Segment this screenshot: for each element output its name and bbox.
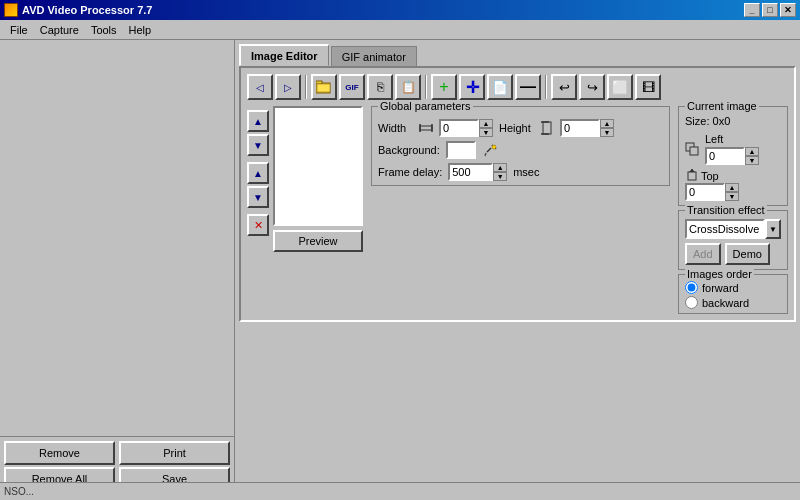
current-image-group: Current image Size: 0x0 Le <box>678 106 788 206</box>
svg-rect-15 <box>688 172 696 180</box>
frame-delay-input[interactable] <box>448 163 493 181</box>
move-up-button[interactable]: ▲ <box>247 110 269 132</box>
width-spinner: ▲ ▼ <box>439 119 493 137</box>
toolbar: ◁ ▷ GIF ⎘ 📋 <box>247 74 788 100</box>
move-down2-button[interactable]: ▼ <box>247 186 269 208</box>
top-down[interactable]: ▼ <box>725 192 739 201</box>
svg-marker-17 <box>689 169 695 172</box>
size-display: Size: 0x0 <box>685 115 781 127</box>
forward-label: forward <box>702 282 739 294</box>
copy-button[interactable]: ⎘ <box>367 74 393 100</box>
statusbar: NSO... <box>0 482 800 500</box>
nav-right-button[interactable]: ▷ <box>275 74 301 100</box>
frame-delay-spinner: ▲ ▼ <box>448 163 507 181</box>
remove-button[interactable]: Remove <box>4 441 115 465</box>
images-order-group: Images order forward backward <box>678 274 788 314</box>
width-icon <box>419 121 433 135</box>
left-input[interactable] <box>705 147 745 165</box>
top-up[interactable]: ▲ <box>725 183 739 192</box>
menu-help[interactable]: Help <box>123 22 158 38</box>
nav-column: ▲ ▼ ▲ ▼ ✕ <box>247 106 269 252</box>
height-icon <box>540 121 554 135</box>
menu-bar: File Capture Tools Help <box>0 20 800 40</box>
statusbar-text: NSO... <box>4 486 34 497</box>
msec-label: msec <box>513 166 539 178</box>
tab-gif-animator[interactable]: GIF animator <box>331 46 417 66</box>
transition-dropdown-button[interactable]: ▼ <box>765 219 781 239</box>
width-label: Width <box>378 122 413 134</box>
global-params-label: Global parameters <box>378 100 473 112</box>
eyedropper-button[interactable] <box>482 141 500 159</box>
height-input[interactable] <box>560 119 600 137</box>
top-label: Top <box>701 170 719 182</box>
menu-tools[interactable]: Tools <box>85 22 123 38</box>
print-button[interactable]: Print <box>119 441 230 465</box>
svg-point-12 <box>492 145 496 149</box>
flip-button[interactable]: ⬜ <box>607 74 633 100</box>
delete-item-button[interactable]: ✕ <box>247 214 269 236</box>
add-transition-button[interactable]: Add <box>685 243 721 265</box>
height-down[interactable]: ▼ <box>600 128 614 137</box>
open-folder-button[interactable] <box>311 74 337 100</box>
width-down[interactable]: ▼ <box>479 128 493 137</box>
title-bar: AVD Video Processor 7.7 _ □ ✕ <box>0 0 800 20</box>
transition-label: Transition effect <box>685 204 767 216</box>
forward-radio[interactable] <box>685 281 698 294</box>
panel-content: ▲ ▼ ▲ ▼ ✕ Preview <box>247 106 788 314</box>
window-title: AVD Video Processor 7.7 <box>22 4 152 16</box>
parameters-section: Global parameters Width <box>371 106 670 314</box>
tab-image-editor[interactable]: Image Editor <box>239 44 329 66</box>
close-button[interactable]: ✕ <box>780 3 796 17</box>
demo-button[interactable]: Demo <box>725 243 770 265</box>
svg-line-11 <box>485 153 486 156</box>
rotate-left-button[interactable]: ↩ <box>551 74 577 100</box>
width-up[interactable]: ▲ <box>479 119 493 128</box>
maximize-button[interactable]: □ <box>762 3 778 17</box>
frame-delay-up[interactable]: ▲ <box>493 163 507 172</box>
rotate-right-button[interactable]: ↪ <box>579 74 605 100</box>
preview-area: ▲ ▼ ▲ ▼ ✕ Preview <box>247 106 363 314</box>
position-icon <box>685 142 699 156</box>
eyedropper-icon <box>484 143 498 157</box>
frame-delay-down[interactable]: ▼ <box>493 172 507 181</box>
svg-rect-3 <box>420 126 432 130</box>
left-label: Left <box>705 133 725 145</box>
width-input[interactable] <box>439 119 479 137</box>
menu-file[interactable]: File <box>4 22 34 38</box>
svg-rect-14 <box>690 147 698 155</box>
background-label: Background: <box>378 144 440 156</box>
transition-buttons: Add Demo <box>685 243 781 265</box>
remove-line-button[interactable]: — <box>515 74 541 100</box>
tab-bar: Image Editor GIF animator <box>239 44 796 66</box>
film-button[interactable]: 🎞 <box>635 74 661 100</box>
preview-canvas <box>273 106 363 226</box>
background-color-preview[interactable] <box>446 141 476 159</box>
forward-radio-row: forward <box>685 281 781 294</box>
sidebar-list <box>0 40 234 436</box>
backward-radio[interactable] <box>685 296 698 309</box>
transition-group: Transition effect CrossDissolve ▼ Add De… <box>678 210 788 270</box>
separator-1 <box>305 75 307 99</box>
height-spinner: ▲ ▼ <box>560 119 614 137</box>
left-spinner: ▲ ▼ <box>705 147 759 165</box>
transition-dropdown-wrapper: CrossDissolve ▼ <box>685 219 781 239</box>
move-up2-button[interactable]: ▲ <box>247 162 269 184</box>
sidebar: Remove Print Remove All Save <box>0 40 235 495</box>
paste-button[interactable]: 📋 <box>395 74 421 100</box>
menu-capture[interactable]: Capture <box>34 22 85 38</box>
svg-rect-6 <box>543 122 551 134</box>
minimize-button[interactable]: _ <box>744 3 760 17</box>
top-position-icon <box>685 169 699 183</box>
left-down[interactable]: ▼ <box>745 156 759 165</box>
add-button[interactable]: + <box>431 74 457 100</box>
preview-button[interactable]: Preview <box>273 230 363 252</box>
top-input[interactable] <box>685 183 725 201</box>
nav-left-button[interactable]: ◁ <box>247 74 273 100</box>
add-move-button[interactable]: ✛ <box>459 74 485 100</box>
new-page-button[interactable]: 📄 <box>487 74 513 100</box>
transition-value-display: CrossDissolve <box>685 219 765 239</box>
left-up[interactable]: ▲ <box>745 147 759 156</box>
height-up[interactable]: ▲ <box>600 119 614 128</box>
save-gif-button[interactable]: GIF <box>339 74 365 100</box>
move-down-button[interactable]: ▼ <box>247 134 269 156</box>
